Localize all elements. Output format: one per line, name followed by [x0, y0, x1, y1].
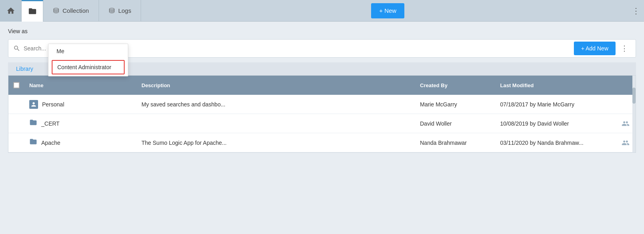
- row-name-cert[interactable]: _CERT: [41, 120, 60, 127]
- row-checkbox[interactable]: [8, 140, 24, 146]
- home-button[interactable]: [0, 0, 22, 22]
- description-column-header: Description: [137, 80, 415, 91]
- scrollbar[interactable]: [632, 76, 636, 152]
- nav-more-button[interactable]: ⋮: [628, 0, 644, 22]
- created-by-cell: Nanda Brahmawar: [415, 136, 495, 149]
- files-button[interactable]: [22, 0, 43, 22]
- nav-more-icon: ⋮: [632, 6, 640, 16]
- view-as-label: View as: [8, 28, 28, 34]
- svg-point-1: [109, 8, 114, 10]
- add-new-button[interactable]: + Add New: [574, 42, 616, 55]
- share-icon: [622, 120, 630, 128]
- folder-icon: [29, 138, 37, 148]
- description-cell: My saved searches and dashbo...: [137, 98, 415, 111]
- table-header: Name Description Created By Last Modifie…: [8, 76, 636, 95]
- last-modified-column-header: Last Modified: [495, 80, 616, 91]
- collection-tab-label: Collection: [63, 7, 89, 14]
- table-row: _CERT David Woller 10/08/2019 by David W…: [8, 114, 636, 133]
- dropdown-me-option[interactable]: Me: [48, 44, 128, 58]
- name-cell: Personal: [24, 97, 137, 112]
- last-modified-cell: 03/11/2020 by Nanda Brahmaw...: [495, 136, 616, 149]
- more-options-button[interactable]: ⋮: [618, 42, 631, 55]
- row-checkbox[interactable]: [8, 101, 24, 108]
- logs-tab-label: Logs: [118, 7, 131, 14]
- personal-folder-icon: [29, 100, 38, 109]
- view-as-bar: View as: [8, 28, 636, 34]
- description-cell: The Sumo Logic App for Apache...: [137, 136, 415, 149]
- row-checkbox[interactable]: [8, 120, 24, 127]
- created-by-column-header: Created By: [415, 80, 495, 91]
- library-tab-label: Library: [16, 66, 33, 72]
- main-content: View as Me Content Administrator + Add N…: [0, 22, 644, 159]
- library-tab[interactable]: Library: [8, 62, 41, 75]
- name-cell: Apache: [24, 134, 137, 151]
- share-icon: [622, 139, 630, 147]
- description-cell: [137, 120, 415, 127]
- table-row: Personal My saved searches and dashbo...…: [8, 95, 636, 114]
- add-new-label: + Add New: [581, 45, 608, 52]
- last-modified-cell: 07/18/2017 by Marie McGarry: [495, 98, 616, 111]
- row-name-apache[interactable]: Apache: [41, 140, 60, 146]
- collection-tab[interactable]: Collection: [43, 0, 99, 22]
- row-name-personal[interactable]: Personal: [42, 101, 64, 108]
- dropdown-admin-option[interactable]: Content Administrator: [52, 60, 125, 74]
- select-all-checkbox[interactable]: [8, 80, 24, 91]
- last-modified-cell: 10/08/2019 by David Woller: [495, 117, 616, 130]
- scrollbar-thumb[interactable]: [632, 88, 636, 104]
- top-navigation: Collection Logs + New ⋮: [0, 0, 644, 22]
- logs-tab[interactable]: Logs: [99, 0, 141, 22]
- search-icon: [13, 45, 20, 52]
- created-by-cell: David Woller: [415, 117, 495, 130]
- table-row: Apache The Sumo Logic App for Apache... …: [8, 133, 636, 152]
- name-column-header: Name: [24, 80, 137, 91]
- svg-point-0: [54, 8, 59, 10]
- created-by-cell: Marie McGarry: [415, 98, 495, 111]
- new-button-label: + New: [379, 7, 396, 14]
- name-cell: _CERT: [24, 115, 137, 132]
- library-table: Name Description Created By Last Modifie…: [8, 75, 636, 153]
- view-as-dropdown: Me Content Administrator: [48, 44, 128, 76]
- folder-icon: [29, 118, 37, 128]
- new-button[interactable]: + New: [371, 3, 404, 18]
